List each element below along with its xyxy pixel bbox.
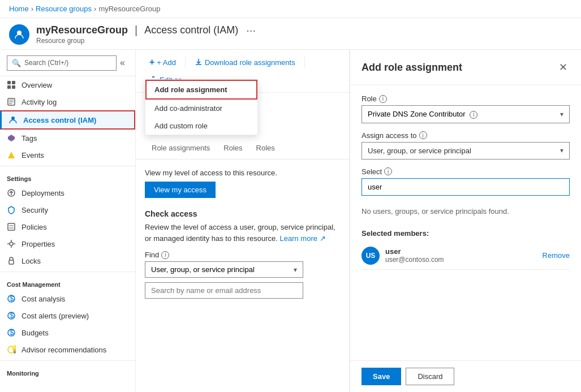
find-dropdown[interactable]: User, group, or service principal ▾	[145, 261, 303, 278]
sidebar-events-label: Events	[21, 151, 44, 160]
role-dropdown-chevron: ▾	[560, 110, 563, 118]
sidebar-item-advisor[interactable]: 💡 Advisor recommendations	[0, 341, 135, 358]
page-header: myResourceGroup | Access control (IAM) ·…	[0, 18, 581, 50]
member-name: user	[385, 247, 537, 256]
breadcrumb-resource-groups[interactable]: Resource groups	[36, 5, 92, 13]
panel-title: Add role assignment	[361, 62, 462, 74]
overview-icon	[7, 80, 16, 89]
svg-text:$: $	[10, 294, 14, 303]
toolbar-separator-1	[185, 57, 186, 68]
sidebar-item-security[interactable]: Security	[0, 201, 135, 218]
more-options-button[interactable]: ···	[246, 24, 256, 37]
view-my-access-button[interactable]: View my access	[145, 182, 216, 198]
cost-alerts-icon: $	[7, 311, 16, 320]
member-item: US user user@contoso.com Remove	[361, 242, 570, 270]
svg-marker-10	[8, 152, 15, 158]
sidebar-search-container: 🔍 Search (Ctrl+/) «	[0, 50, 135, 76]
role-dropdown[interactable]: Private DNS Zone Contributor i ▾	[361, 105, 570, 123]
breadcrumb-home[interactable]: Home	[9, 5, 29, 13]
properties-icon	[7, 239, 16, 248]
role-field-label: Role i	[361, 94, 570, 103]
collapse-sidebar-button[interactable]: «	[117, 54, 128, 71]
select-input[interactable]	[361, 178, 570, 196]
assign-info-icon: i	[419, 131, 427, 139]
sidebar-item-overview[interactable]: Overview	[0, 76, 135, 93]
find-dropdown-text: User, group, or service principal	[151, 265, 255, 274]
check-access-title: Check access	[145, 209, 340, 218]
access-description: View my level of access to this resource…	[145, 169, 340, 177]
access-control-icon	[8, 115, 18, 124]
breadcrumb: Home › Resource groups › myResourceGroup	[0, 0, 581, 18]
sidebar-deployments-label: Deployments	[21, 189, 64, 197]
assign-dropdown[interactable]: User, group, or service principal ▾	[361, 142, 570, 160]
page-section-title: Access control (IAM)	[144, 24, 238, 36]
policies-icon	[7, 222, 16, 231]
svg-rect-2	[12, 81, 15, 84]
member-info: user user@contoso.com	[385, 247, 537, 264]
sidebar-item-cost-alerts[interactable]: $ Cost alerts (preview)	[0, 307, 135, 324]
svg-point-16	[10, 242, 13, 245]
main-content: View my level of access to this resource…	[136, 160, 349, 392]
search-placeholder: Search (Ctrl+/)	[24, 59, 68, 67]
sidebar-item-cost-analysis[interactable]: $ Cost analysis	[0, 290, 135, 307]
content-area: + + Add Download role assignments Edit c…	[136, 50, 349, 392]
sidebar-budgets-label: Budgets	[21, 329, 49, 337]
search-input[interactable]	[145, 282, 303, 299]
learn-more-link[interactable]: Learn more ↗	[279, 234, 325, 243]
sidebar-access-control-label: Access control (IAM)	[23, 116, 96, 124]
tab-role-assignments-label: Role assignments	[152, 144, 210, 152]
role-value-info-icon: i	[470, 111, 477, 119]
close-panel-button[interactable]: ✕	[557, 59, 570, 76]
role-dropdown-text: Private DNS Zone Contributor i	[368, 110, 477, 119]
add-custom-label: Add custom role	[154, 122, 208, 130]
sidebar-item-activity-log[interactable]: Activity log	[0, 93, 135, 110]
tab-roles[interactable]: Roles	[217, 138, 249, 159]
advisor-icon: 💡	[7, 345, 16, 354]
sidebar: 🔍 Search (Ctrl+/) « Overview Activity lo…	[0, 50, 136, 392]
assign-dropdown-text: User, group, or service principal	[368, 147, 471, 155]
add-role-panel: Add role assignment ✕ Role i Private DNS…	[349, 50, 581, 392]
download-button[interactable]: Download role assignments	[190, 55, 300, 70]
monitoring-section-label: Monitoring	[0, 363, 135, 379]
cost-analysis-icon: $	[7, 294, 16, 303]
events-icon	[7, 150, 16, 160]
svg-rect-33	[153, 76, 154, 77]
sidebar-search[interactable]: 🔍 Search (Ctrl+/)	[7, 55, 117, 71]
sidebar-tags-label: Tags	[21, 134, 37, 143]
sidebar-properties-label: Properties	[21, 240, 55, 248]
sidebar-item-access-control[interactable]: Access control (IAM)	[0, 110, 135, 130]
settings-section-label: Settings	[0, 169, 135, 184]
sidebar-item-policies[interactable]: Policies	[0, 218, 135, 235]
sidebar-item-events[interactable]: Events	[0, 147, 135, 163]
sidebar-locks-label: Locks	[21, 257, 41, 265]
save-button[interactable]: Save	[361, 368, 401, 385]
add-icon: +	[149, 57, 154, 67]
add-dropdown-menu: Add role assignment Add co-administrator…	[145, 79, 258, 135]
sidebar-item-budgets[interactable]: $ Budgets	[0, 324, 135, 341]
toolbar-separator-2	[304, 57, 305, 68]
download-icon	[195, 58, 203, 67]
add-button[interactable]: + + Add	[145, 54, 180, 70]
svg-text:💡: 💡	[10, 345, 16, 354]
remove-member-button[interactable]: Remove	[543, 251, 570, 260]
svg-text:$: $	[10, 311, 14, 320]
discard-button[interactable]: Discard	[406, 368, 454, 385]
sidebar-item-deployments[interactable]: Deployments	[0, 184, 135, 201]
sidebar-cost-analysis-label: Cost analysis	[21, 295, 65, 303]
dropdown-item-add-custom[interactable]: Add custom role	[145, 117, 257, 135]
sidebar-item-locks[interactable]: Locks	[0, 252, 135, 269]
panel-footer: Save Discard	[350, 360, 581, 392]
dropdown-item-add-role[interactable]: Add role assignment	[145, 80, 257, 100]
sidebar-item-properties[interactable]: Properties	[0, 235, 135, 252]
sidebar-item-tags[interactable]: Tags	[0, 130, 135, 147]
svg-point-9	[11, 117, 15, 120]
resource-type-label: Resource group	[36, 37, 256, 45]
tab-role-assignments[interactable]: Role assignments	[145, 138, 217, 159]
member-email: user@contoso.com	[385, 256, 537, 264]
locks-icon	[7, 256, 16, 265]
sidebar-policies-label: Policies	[21, 223, 47, 231]
svg-rect-13	[8, 223, 15, 230]
selected-members-label: Selected members:	[361, 229, 570, 238]
dropdown-item-add-co-admin[interactable]: Add co-administrator	[145, 100, 257, 117]
tab-roles2[interactable]: Roles	[249, 138, 282, 159]
